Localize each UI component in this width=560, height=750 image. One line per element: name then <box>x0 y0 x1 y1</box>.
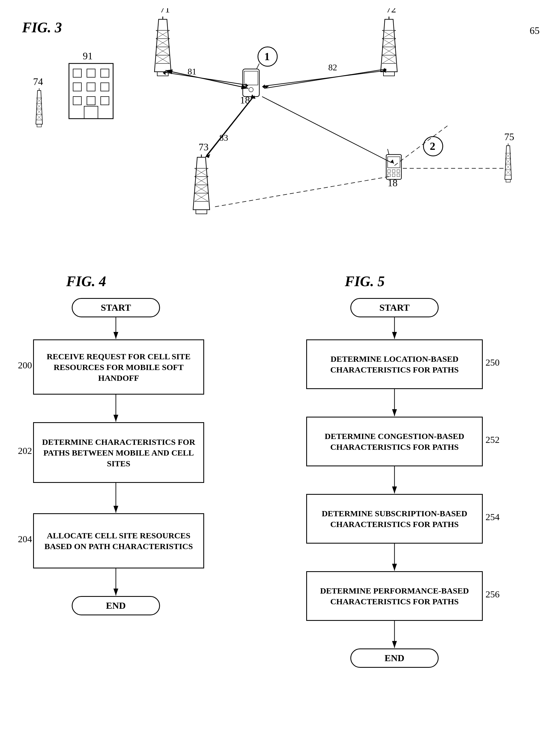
fig5-label250: 250 <box>485 357 500 368</box>
svg-marker-69 <box>505 146 512 179</box>
svg-rect-97 <box>243 69 259 97</box>
fig5-box256: DETERMINE PERFORMANCE-BASED CHARACTERIST… <box>306 571 483 621</box>
svg-line-117 <box>165 71 248 88</box>
fig5-label252: 252 <box>485 435 500 445</box>
svg-rect-87 <box>87 69 95 77</box>
fig4-box200: RECEIVE REQUEST FOR CELL SITE RESOURCES … <box>33 339 204 395</box>
svg-marker-35 <box>193 157 209 210</box>
fig4-start: START <box>72 298 160 317</box>
svg-line-137 <box>206 97 253 156</box>
fig5-label254: 254 <box>485 512 500 522</box>
svg-rect-32 <box>383 72 395 76</box>
fig5-end: END <box>351 649 439 668</box>
svg-text:18: 18 <box>240 95 250 106</box>
svg-point-99 <box>249 87 253 92</box>
fig5-area: FIG. 5 START DETERMINE LOCATION-BASED CH… <box>289 262 560 750</box>
flowcharts-area: FIG. 4 START RECEIVE REQUEST FOR CELL SI… <box>0 262 560 750</box>
svg-text:91: 91 <box>83 51 93 61</box>
fig5-box250: DETERMINE LOCATION-BASED CHARACTERISTICS… <box>306 339 483 389</box>
fig3-svg: 71 72 <box>0 8 560 257</box>
svg-rect-111 <box>397 174 400 177</box>
svg-text:1: 1 <box>264 50 270 63</box>
fig5-start: START <box>351 298 439 317</box>
svg-rect-86 <box>73 69 81 77</box>
svg-marker-136 <box>262 84 265 89</box>
svg-text:18: 18 <box>387 177 398 189</box>
svg-text:74: 74 <box>33 76 43 87</box>
svg-text:2: 2 <box>430 140 435 152</box>
svg-rect-90 <box>87 83 95 91</box>
fig4-label204: 204 <box>18 534 32 545</box>
svg-line-119 <box>265 69 386 88</box>
svg-rect-107 <box>392 170 395 173</box>
svg-rect-66 <box>37 124 41 127</box>
svg-line-134 <box>264 71 385 86</box>
svg-rect-91 <box>101 83 109 91</box>
svg-rect-110 <box>392 174 395 177</box>
svg-line-128 <box>214 177 389 207</box>
svg-text:82: 82 <box>328 62 337 72</box>
svg-marker-1 <box>155 19 171 72</box>
svg-rect-92 <box>73 97 81 105</box>
svg-text:71: 71 <box>160 8 170 15</box>
svg-marker-18 <box>381 19 397 72</box>
svg-rect-93 <box>87 97 95 105</box>
svg-rect-106 <box>387 170 391 173</box>
svg-rect-105 <box>387 157 400 168</box>
svg-rect-94 <box>101 97 109 105</box>
svg-text:75: 75 <box>504 131 514 142</box>
fig5-box252: DETERMINE CONGESTION-BASED CHARACTERISTI… <box>306 417 483 466</box>
fig4-area: FIG. 4 START RECEIVE REQUEST FOR CELL SI… <box>17 262 265 750</box>
svg-rect-98 <box>244 71 258 85</box>
fig4-box202: DETERMINE CHARACTERISTICS FOR PATHS BETW… <box>33 422 204 483</box>
fig4-label200: 200 <box>18 360 32 371</box>
svg-rect-95 <box>84 106 98 119</box>
svg-marker-133 <box>245 83 248 88</box>
fig5-box254: DETERMINE SUBSCRIPTION-BASED CHARACTERIS… <box>306 494 483 544</box>
svg-line-123 <box>207 97 254 156</box>
fig3-area: FIG. 3 65 71 <box>0 8 560 257</box>
svg-line-131 <box>164 72 247 85</box>
svg-rect-88 <box>101 69 109 77</box>
fig4-label202: 202 <box>18 446 32 456</box>
svg-rect-49 <box>196 210 207 214</box>
svg-rect-89 <box>73 83 81 91</box>
svg-rect-108 <box>397 170 400 173</box>
fig5-title: FIG. 5 <box>345 273 384 290</box>
fig4-title: FIG. 4 <box>66 273 106 290</box>
svg-line-112 <box>387 149 389 155</box>
fig4-end: END <box>72 596 160 615</box>
svg-text:81: 81 <box>187 66 196 76</box>
svg-marker-52 <box>36 91 42 124</box>
svg-marker-132 <box>163 71 165 75</box>
svg-rect-83 <box>506 179 511 182</box>
svg-line-140 <box>262 97 392 163</box>
svg-rect-109 <box>387 174 391 177</box>
svg-text:72: 72 <box>386 8 396 15</box>
fig4-box204: ALLOCATE CELL SITE RESOURCES BASED ON PA… <box>33 513 204 568</box>
svg-line-127 <box>395 124 449 165</box>
svg-text:73: 73 <box>199 141 208 153</box>
svg-line-100 <box>257 63 259 69</box>
fig5-label256: 256 <box>485 589 500 599</box>
svg-rect-104 <box>386 155 401 179</box>
svg-marker-141 <box>391 159 394 164</box>
fig4-arrows <box>17 262 265 750</box>
